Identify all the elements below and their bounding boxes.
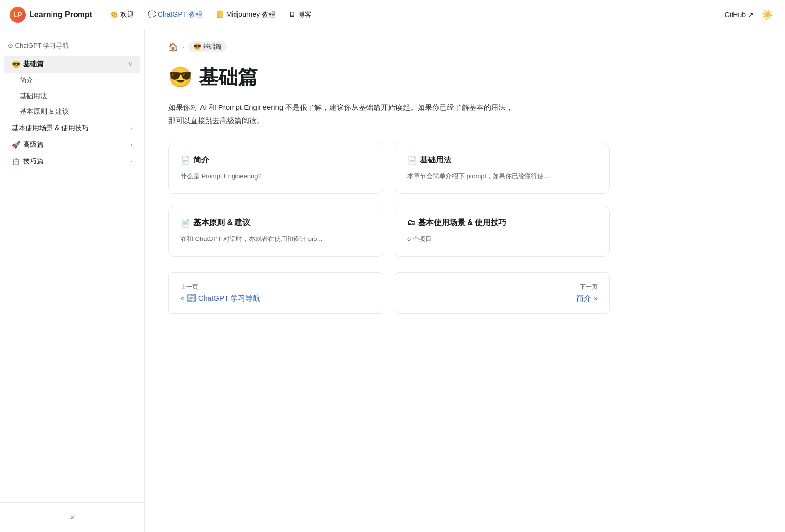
tips-chevron-icon: › [131,158,132,165]
breadcrumb-separator: › [182,43,184,51]
advanced-icon: 🚀 [12,141,20,149]
sidebar-collapse-button[interactable]: « [64,510,80,524]
main-content: 🏠 › 😎 基础篇 😎 基础篇 如果你对 AI 和 Prompt Enginee… [145,29,785,532]
intro-label: 简介 [20,76,33,84]
theme-icon: ☀️ [762,9,773,20]
next-link: 简介 » [407,294,598,303]
page-title-text: 基础篇 [199,64,258,91]
advanced-chevron-icon: › [131,141,132,148]
sidebar-item-scenarios-left: 基本使用场景 & 使用技巧 [12,124,89,133]
basics-label: 基础篇 [23,60,44,69]
scenarios-label: 基本使用场景 & 使用技巧 [12,124,89,133]
logo-text: Learning Prompt [29,10,92,19]
next-label: 下一页 [407,283,598,291]
basics-chevron-down-icon: ∨ [128,61,132,68]
nav-links: 👏 欢迎 💬 ChatGPT 教程 📒 Midjourney 教程 🖥 博客 [104,7,712,22]
sidebar-item-tips[interactable]: 📋 技巧篇 › [4,153,140,170]
sidebar-item-tips-left: 📋 技巧篇 [12,157,44,166]
collapse-icon: « [70,513,74,521]
page-title-emoji: 😎 [168,66,193,89]
prev-page-button[interactable]: 上一页 « 🔄 ChatGPT 学习导航 [168,272,383,314]
breadcrumb: 🏠 › 😎 基础篇 [168,41,761,52]
prev-label: 上一页 [181,283,371,291]
sidebar-item-scenarios[interactable]: 基本使用场景 & 使用技巧 › [4,120,140,136]
principles-label: 基本原则 & 建议 [20,107,69,115]
nav-welcome[interactable]: 👏 欢迎 [104,7,140,22]
card-basic-usage[interactable]: 📄 基础用法 本章节会简单介绍下 prompt，如果你已经懂得使... [395,143,610,194]
sidebar-item-basics[interactable]: 😎 基础篇 ∨ [4,56,140,73]
sidebar-item-basics-left: 😎 基础篇 [12,60,44,69]
card-scenarios[interactable]: 🗂 基本使用场景 & 使用技巧 8 个项目 [395,206,610,257]
sidebar: ⊙ ChatGPT 学习导航 😎 基础篇 ∨ 简介 基础用法 基本原则 & 建议 [0,29,145,532]
card-scenarios-title-text: 基本使用场景 & 使用技巧 [418,218,506,228]
github-link[interactable]: GitHub ↗ [724,11,754,19]
card-principles[interactable]: 📄 基本原则 & 建议 在和 ChatGPT 对话时，亦或者在使用和设计 pro… [168,206,383,257]
sidebar-item-principles[interactable]: 基本原则 & 建议 [4,104,140,120]
card-principles-title: 📄 基本原则 & 建议 [181,218,371,228]
sidebar-content: ⊙ ChatGPT 学习导航 😎 基础篇 ∨ 简介 基础用法 基本原则 & 建议 [0,29,144,502]
cards-grid: 📄 简介 什么是 Prompt Engineering? 📄 基础用法 本章节会… [168,143,610,257]
sidebar-item-advanced-left: 🚀 高级篇 [12,140,44,149]
github-label: GitHub [724,11,746,19]
theme-toggle-button[interactable]: ☀️ [759,7,775,23]
card-principles-desc: 在和 ChatGPT 对话时，亦或者在使用和设计 pro... [181,234,371,244]
card-principles-icon: 📄 [181,218,190,228]
page-title: 😎 基础篇 [168,64,761,91]
github-external-icon: ↗ [748,11,754,19]
nav-right: GitHub ↗ ☀️ [724,7,775,23]
advanced-label: 高级篇 [23,140,44,149]
sidebar-item-intro[interactable]: 简介 [4,73,140,88]
card-intro-title-text: 简介 [193,155,209,165]
card-scenarios-icon: 🗂 [407,218,415,227]
prev-link: « 🔄 ChatGPT 学习导航 [181,294,371,303]
card-scenarios-desc: 8 个项目 [407,234,598,244]
breadcrumb-current: 😎 基础篇 [188,41,227,52]
sidebar-item-advanced[interactable]: 🚀 高级篇 › [4,136,140,153]
nav-blog[interactable]: 🖥 博客 [283,7,317,22]
pagination: 上一页 « 🔄 ChatGPT 学习导航 下一页 简介 » [168,272,610,314]
card-principles-title-text: 基本原则 & 建议 [193,218,250,228]
card-intro-icon: 📄 [181,156,190,165]
sidebar-item-basic-usage[interactable]: 基础用法 [4,88,140,104]
card-intro[interactable]: 📄 简介 什么是 Prompt Engineering? [168,143,383,194]
nav-chatgpt[interactable]: 💬 ChatGPT 教程 [142,7,208,22]
card-basic-usage-title-text: 基础用法 [420,155,451,165]
card-intro-title: 📄 简介 [181,155,371,165]
logo-icon: LP [10,7,26,23]
sidebar-section-chatgpt: ⊙ ChatGPT 学习导航 [0,37,144,54]
next-page-button[interactable]: 下一页 简介 » [395,272,610,314]
tips-icon: 📋 [12,158,20,165]
page-description: 如果你对 AI 和 Prompt Engineering 不是很了解，建议你从基… [168,101,610,127]
card-intro-desc: 什么是 Prompt Engineering? [181,171,371,182]
basics-icon: 😎 [12,60,20,68]
basic-usage-label: 基础用法 [20,92,47,100]
nav-midjourney[interactable]: 📒 Midjourney 教程 [210,7,281,22]
card-basic-usage-icon: 📄 [407,156,417,165]
tips-label: 技巧篇 [23,157,44,166]
sidebar-footer: « [0,502,144,532]
card-basic-usage-title: 📄 基础用法 [407,155,598,165]
card-basic-usage-desc: 本章节会简单介绍下 prompt，如果你已经懂得使... [407,171,598,182]
scenarios-chevron-icon: › [131,125,132,132]
main-layout: ⊙ ChatGPT 学习导航 😎 基础篇 ∨ 简介 基础用法 基本原则 & 建议 [0,29,785,532]
card-scenarios-title: 🗂 基本使用场景 & 使用技巧 [407,218,598,228]
top-nav: LP Learning Prompt 👏 欢迎 💬 ChatGPT 教程 📒 M… [0,0,785,29]
sidebar-section-label: ⊙ ChatGPT 学习导航 [8,41,69,50]
logo[interactable]: LP Learning Prompt [10,7,92,23]
breadcrumb-home[interactable]: 🏠 [168,42,178,52]
